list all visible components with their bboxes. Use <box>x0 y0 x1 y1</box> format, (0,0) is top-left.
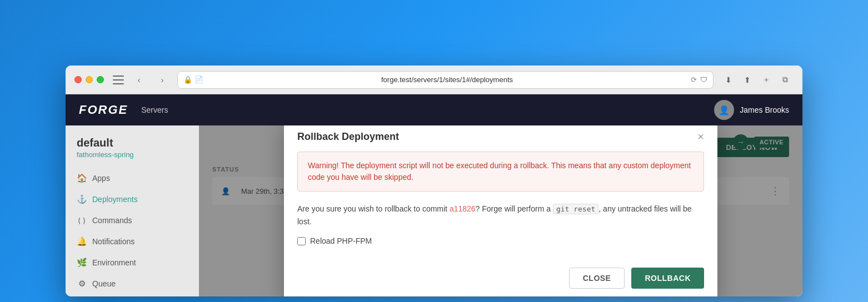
browser-window: ‹ › 🔒 📄 forge.test/servers/1/sites/1#/de… <box>66 66 802 296</box>
apps-icon: 🏠 <box>77 173 87 183</box>
warning-text: Warning! The deployment script will not … <box>308 160 694 183</box>
user-name: James Brooks <box>740 105 789 114</box>
environment-icon: 🌿 <box>77 258 87 268</box>
reload-php-fpm-checkbox[interactable] <box>297 237 306 245</box>
address-bar[interactable]: 🔒 📄 forge.test/servers/1/sites/1#/deploy… <box>177 71 714 89</box>
modal-title: Rollback Deployment <box>297 131 399 143</box>
shield-icon: 🛡 <box>700 76 707 84</box>
modal-overlay: Rollback Deployment × Warning! The deplo… <box>199 125 802 296</box>
gear-icon: ⚙ <box>77 279 87 289</box>
bell-icon: 🔔 <box>77 236 87 246</box>
site-name: default fathomless-spring <box>66 137 199 168</box>
maximize-traffic-light[interactable] <box>97 76 104 83</box>
sidebar-item-label: Notifications <box>92 237 134 246</box>
browser-actions: ⬇ ⬆ ＋ ⧉ <box>720 72 794 88</box>
download-button[interactable]: ⬇ <box>720 72 737 88</box>
back-button[interactable]: ‹ <box>131 72 147 88</box>
tabs-button[interactable]: ⧉ <box>777 72 794 88</box>
git-command: git reset <box>553 204 598 214</box>
close-traffic-light[interactable] <box>74 76 82 83</box>
new-tab-button[interactable]: ＋ <box>758 72 775 88</box>
app-body: default fathomless-spring 🏠 Apps ⚓ Deplo… <box>66 125 802 296</box>
sidebar-item-notifications[interactable]: 🔔 Notifications <box>66 231 199 252</box>
warning-box: Warning! The deployment script will not … <box>297 152 704 192</box>
sidebar-item-queue[interactable]: ⚙ Queue <box>66 273 199 294</box>
confirm-text: Are you sure you wish to rollback to com… <box>297 203 704 228</box>
browser-content: FORGE Servers 👤 James Brooks default fat… <box>66 94 802 296</box>
browser-toolbar: ‹ › 🔒 📄 forge.test/servers/1/sites/1#/de… <box>66 66 802 94</box>
close-button[interactable]: CLOSE <box>569 268 625 289</box>
share-button[interactable]: ⬆ <box>739 72 756 88</box>
commit-ref: a11826 <box>450 204 476 213</box>
main-content: Falkenstein → ACTIVE DEPLOY NOW STATUS 👤… <box>199 125 802 296</box>
reload-php-fpm-text: Reload PHP-FPM <box>310 236 372 245</box>
privacy-icon: 🔒 <box>183 76 192 84</box>
url-text: forge.test/servers/1/sites/1#/deployment… <box>207 76 687 84</box>
sidebar-toggle-icon[interactable] <box>113 76 124 84</box>
sidebar-item-deployments[interactable]: ⚓ Deployments <box>66 189 199 210</box>
nav-servers[interactable]: Servers <box>141 105 168 114</box>
confirm-text-before: Are you sure you wish to rollback to com… <box>297 204 450 213</box>
modal-body: Warning! The deployment script will not … <box>284 152 717 259</box>
commands-icon: ⟨ ⟩ <box>77 215 87 225</box>
reload-php-fpm-label[interactable]: Reload PHP-FPM <box>297 236 704 245</box>
site-subtitle: fathomless-spring <box>77 150 188 159</box>
sidebar-item-label: Queue <box>92 279 116 288</box>
rollback-button[interactable]: ROLLBACK <box>631 268 704 289</box>
sidebar-item-commands[interactable]: ⟨ ⟩ Commands <box>66 210 199 231</box>
sidebar: default fathomless-spring 🏠 Apps ⚓ Deplo… <box>66 125 199 296</box>
sidebar-item-label: Environment <box>92 258 136 267</box>
traffic-lights <box>74 76 104 83</box>
app-header: FORGE Servers 👤 James Brooks <box>66 94 802 125</box>
modal-header: Rollback Deployment × <box>284 125 717 152</box>
sidebar-item-label: Apps <box>92 174 110 183</box>
sidebar-item-label: Deployments <box>92 195 138 204</box>
modal-close-x-button[interactable]: × <box>697 131 704 142</box>
sidebar-item-environment[interactable]: 🌿 Environment <box>66 252 199 273</box>
modal-footer: CLOSE ROLLBACK <box>284 259 717 296</box>
forward-button[interactable]: › <box>154 72 171 88</box>
address-bar-icons: 🔒 📄 <box>183 76 203 84</box>
confirm-text-middle: ? Forge will perform a <box>476 204 553 213</box>
reload-icon[interactable]: ⟳ <box>691 76 697 84</box>
forge-logo: FORGE <box>79 103 128 117</box>
reader-icon: 📄 <box>194 76 203 84</box>
sidebar-item-label: Commands <box>92 216 132 225</box>
user-menu[interactable]: 👤 James Brooks <box>714 100 789 120</box>
sidebar-item-apps[interactable]: 🏠 Apps <box>66 168 199 189</box>
anchor-icon: ⚓ <box>77 194 87 204</box>
minimize-traffic-light[interactable] <box>86 76 93 83</box>
avatar: 👤 <box>714 100 734 120</box>
rollback-modal: Rollback Deployment × Warning! The deplo… <box>284 125 717 296</box>
